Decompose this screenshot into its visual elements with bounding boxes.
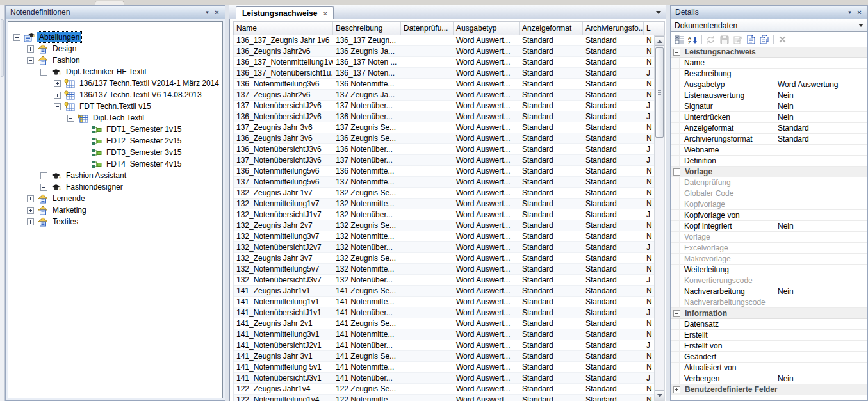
table-row[interactable]: 141_NotenübersichtJ3v1141 Notenüber...Wo… [234,373,654,384]
property-value[interactable]: Nein [773,112,867,122]
property-value[interactable] [773,265,867,275]
table-row[interactable]: 136_NotenübersichtJ3v6136 Notenüber...Wo… [234,144,654,155]
autohide-tab[interactable] [1,19,4,77]
table-row[interactable]: 141_Notenmitteilung1v1141 Notenmitte...W… [234,297,654,307]
tree-item-label[interactable]: FDT3_Semester 3v15 [104,147,183,158]
tree-item[interactable]: Dipl.Techniker HF Textil [8,66,222,78]
tree-item[interactable]: Fashiondesigner [8,181,222,193]
tree-item[interactable]: 136/137 Techn.Textil V2014-1 März 2014 [8,78,222,89]
property-value[interactable] [773,145,867,155]
collapse-icon[interactable] [673,49,680,56]
table-row[interactable]: 132_Notenmitteilung1v7132 Notenmitte...W… [234,199,654,209]
property-value[interactable] [773,243,867,253]
property-value[interactable] [773,188,867,199]
tree-item[interactable]: Lernende [8,193,222,204]
table-row[interactable]: 136_Zeugnis Jahr 3v6136 Zeugnis Se...Wor… [234,133,654,144]
property-row[interactable]: Makrovorlage [671,254,867,265]
tree-item-label[interactable]: Lernende [51,193,87,204]
tree-item-label[interactable]: FDT1_Semester 1v15 [104,124,183,135]
tree-item-label[interactable]: Fashion Assistant [64,170,128,181]
close-icon[interactable]: × [212,8,222,17]
sort-az-icon[interactable]: AZ [686,33,700,45]
tree-item-label[interactable]: Marketing [51,205,88,215]
table-row[interactable]: 136_NotenübersichtJ2v6136 Notenüber...Wo… [234,111,654,122]
expand-icon[interactable] [40,172,47,179]
property-value[interactable] [773,210,867,220]
tree-item[interactable]: 136/137 Techn.Textil V6 14.08.2013 [8,89,222,101]
tree-item[interactable]: Fashion Assistant [8,170,222,181]
property-value[interactable]: Word Auswertung [773,79,867,90]
tree-item-label[interactable]: Textiles [51,217,80,227]
tree-item[interactable]: Dipl.Tech Textil [8,112,222,124]
tree-item-label[interactable]: Abteilungen [37,32,81,42]
property-row[interactable]: Kopfvorlage von [671,210,867,221]
property-section-header[interactable]: Information [671,308,867,319]
property-value[interactable] [773,363,867,373]
expand-icon[interactable] [673,386,680,393]
tree-item[interactable]: Marketing [8,204,222,216]
tree-item-label[interactable]: FDT4_Semester 4v15 [104,159,183,169]
tree-item-label[interactable]: FDT2_Semester 2v15 [104,136,183,146]
table-row[interactable]: 132_Notenmitteilung3v7132 Notenmitte...W… [234,231,654,242]
tree-item[interactable]: Fashion [8,54,222,66]
tree-item[interactable]: Abteilungen [8,31,222,43]
property-value[interactable]: Standard [773,134,867,144]
expand-icon[interactable] [27,45,34,53]
table-row[interactable]: 136_137_Zeugnis Jahr 1v6136_137 Zeugn...… [234,35,654,46]
expand-icon[interactable] [40,184,47,191]
property-row[interactable]: AnzeigeformatStandard [671,123,867,134]
property-row[interactable]: Datensatz [671,319,867,330]
property-value[interactable] [773,199,867,209]
vertical-scrollbar[interactable] [654,35,665,401]
property-row[interactable]: Erstellt [671,330,867,341]
scrollbar-thumb[interactable] [655,47,664,138]
table-row[interactable]: 136_Notenmitteilung3v6136 Notenmitte...W… [234,79,654,90]
categorized-view-icon[interactable] [673,33,686,45]
column-header[interactable]: Archivierungsfo... [583,22,644,35]
tree-item-label[interactable]: Fashion [51,55,82,65]
property-section-header[interactable]: Leistungsnachweis [671,47,867,58]
column-header[interactable]: L [644,22,653,35]
tree-item[interactable]: FDT1_Semester 1v15 [8,124,222,135]
expand-icon[interactable] [54,92,61,99]
property-row[interactable]: Erstellt von [671,341,867,352]
table-row[interactable]: 132_Notenmitteilung5v7132 Notenmitte...W… [234,264,654,275]
collapse-icon[interactable] [27,57,34,64]
property-value[interactable]: Nein [773,286,867,297]
table-row[interactable]: 122_Zeugnis Jahr1v4122 Zeugnis Se...Word… [234,384,654,395]
panel-menu-icon[interactable]: ▾ [202,8,212,17]
tree-item[interactable]: Design [8,43,222,54]
table-row[interactable]: 141_Zeugnis Jahr 2v1141 Zeugnis Se...Wor… [234,318,654,329]
tree-item-label[interactable]: FDT Techn.Textil v15 [78,101,153,111]
table-row[interactable]: 141_Zeugnis Jahr 3v1141 Zeugnis Se...Wor… [234,351,654,362]
table-row[interactable]: 141_Zeugnis Jahr1v1141 Zeugnis Se...Word… [234,286,654,297]
property-value[interactable] [773,58,867,68]
tree-item-label[interactable]: 136/137 Techn.Textil V6 14.08.2013 [78,90,204,100]
table-row[interactable]: 132_Zeugnis Jahr 3v7132 Zeugnis Se...Wor… [234,253,654,264]
property-row[interactable]: Kopf integriertNein [671,221,867,232]
property-value[interactable] [773,177,867,188]
property-value[interactable] [773,69,867,79]
property-row[interactable]: Aktualisiert von [671,363,867,373]
collapse-icon[interactable] [67,115,74,122]
collapse-icon[interactable] [673,310,680,317]
column-header[interactable]: Ausgabetyp [454,22,520,35]
column-header[interactable]: Datenprüfu... [401,22,454,35]
property-row[interactable]: Datenprüfung [671,177,867,188]
table-row[interactable]: 136_137_Notenübersicht1u...136_137 Noten… [234,68,654,79]
collapse-icon[interactable] [40,69,47,76]
expand-icon[interactable] [27,218,34,225]
property-value[interactable]: Standard [773,123,867,133]
table-row[interactable]: 136_Notenmitteilung5v6136 Notenmitte...W… [234,166,654,177]
property-row[interactable]: UnterdrückenNein [671,112,867,123]
column-header[interactable]: Name [234,22,333,35]
property-row[interactable]: ListenauswertungNein [671,90,867,101]
expand-icon[interactable] [54,80,61,87]
table-row[interactable]: 132_NotenübersichtJ3v7132 Notenüber...Wo… [234,275,654,286]
property-row[interactable]: ArchivierungsformatStandard [671,134,867,145]
copy-document-icon[interactable] [758,33,771,45]
property-value[interactable] [773,254,867,264]
property-row[interactable]: SignaturNein [671,101,867,112]
property-row[interactable]: Excelvorlage [671,243,867,254]
tree-item[interactable]: FDT2_Semester 2v15 [8,135,222,147]
